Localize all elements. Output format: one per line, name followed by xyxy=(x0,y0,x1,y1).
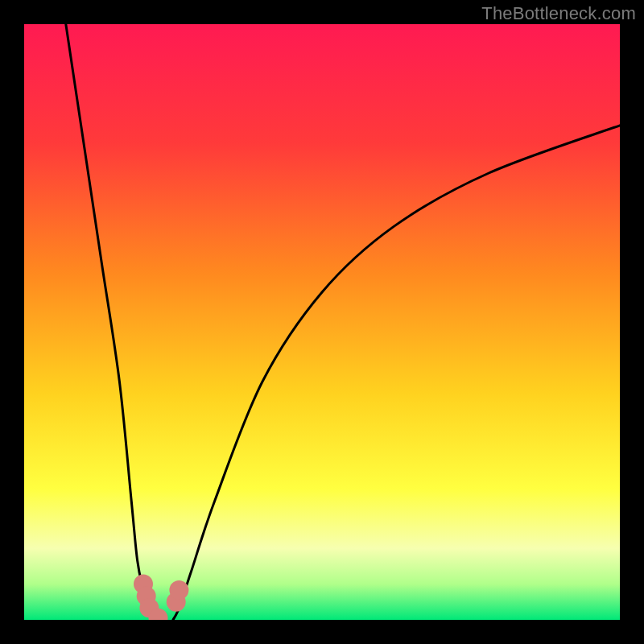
watermark-label: TheBottleneck.com xyxy=(481,3,636,24)
bottleneck-chart xyxy=(24,24,620,620)
plot-area xyxy=(24,24,620,620)
chart-frame: TheBottleneck.com xyxy=(0,0,644,644)
data-marker xyxy=(169,580,188,600)
gradient-background xyxy=(24,24,620,620)
